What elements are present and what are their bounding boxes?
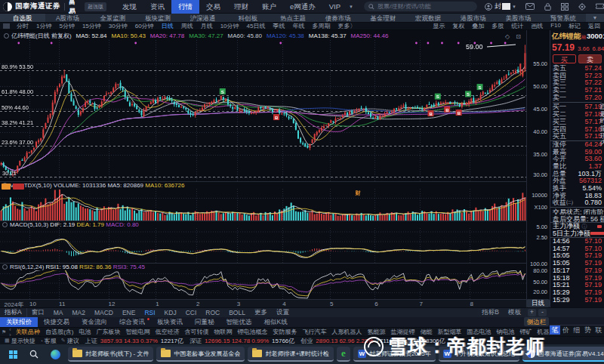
eye-icon[interactable] <box>2 264 8 270</box>
chart-tool-显示[interactable]: 显示 <box>429 22 448 30</box>
period-tab-更多〉[interactable]: 更多〉 <box>334 22 359 30</box>
indicator-模板[interactable]: 模板 <box>504 308 525 317</box>
taskbar-window-封老师板书(线下) - 文件[interactable]: 封老师板书(线下) - 文件 <box>68 347 153 362</box>
indicator-tab-更多[interactable]: 更多 <box>250 308 272 317</box>
concept-tab-人形机器人[interactable]: 人形机器人 <box>329 328 365 336</box>
chart-tool-返回[interactable]: 返回 <box>584 22 604 30</box>
tick-list[interactable]: 14:5657.1014:5757.1015:0557.1915:0557.19… <box>550 237 604 304</box>
menu-item-资讯[interactable]: 资讯 <box>143 0 171 14</box>
search-box[interactable]: 股票/理财/资讯/功能 <box>364 2 477 11</box>
indicator-tab-MA2[interactable]: MA2 <box>67 309 89 316</box>
taskbar-search-button[interactable] <box>25 347 43 362</box>
concept-tab-电池[interactable]: 电池 <box>76 328 94 336</box>
function-tab-板块资讯[interactable]: 板块资讯 <box>151 317 189 327</box>
menu-item-VIP[interactable]: VIP <box>322 0 347 14</box>
bid-row[interactable]: 买五57.15 <box>550 133 604 140</box>
chart-tag-orange[interactable] <box>2 184 11 190</box>
zoom-out-button[interactable]: - <box>538 309 547 316</box>
period-tab-5分钟[interactable]: 5分钟 <box>55 22 78 30</box>
status-link-建议[interactable]: 建议 <box>67 337 79 345</box>
function-tab-问董秘[interactable]: 问董秘 <box>189 317 220 327</box>
indicator-tab-设置[interactable]: 设置 <box>272 308 294 317</box>
indicator-tab-窗口[interactable]: 窗口 <box>27 308 49 317</box>
layout-icon[interactable] <box>3 23 10 29</box>
concept-tab-新型烟草[interactable]: 新型烟草 <box>435 328 464 336</box>
panel-tab-联[interactable]: 联 <box>593 325 604 335</box>
period-tab-15分钟[interactable]: 15分钟 <box>79 22 105 30</box>
edition-badge[interactable]: 超强版 <box>85 2 106 11</box>
concept-tab-固态电池[interactable]: 固态电池 <box>464 328 494 336</box>
status-link-显示快捷[interactable]: 显示快捷 <box>11 337 35 345</box>
period-tab-多周期[interactable]: 多周期 <box>308 22 334 30</box>
market-tab-全景监测[interactable]: 全景监测 <box>90 14 135 22</box>
chart-tag-red[interactable] <box>13 184 24 190</box>
mail-icon[interactable] <box>525 3 535 10</box>
chart-tool-复权[interactable]: 复权 <box>448 22 468 30</box>
period-tab-10分钟[interactable]: 10分钟 <box>217 22 243 30</box>
market-tab-板块监测[interactable]: 板块监测 <box>135 14 180 22</box>
eye-icon[interactable] <box>2 222 8 227</box>
chart-tool-叠加[interactable]: 叠加 <box>468 22 488 30</box>
indicator-set-a[interactable]: 指标A <box>0 308 27 317</box>
function-tab-快捷交易[interactable]: 快捷交易 <box>38 317 76 327</box>
indicator-tab-KDJ[interactable]: KDJ <box>160 309 181 316</box>
rsi-chart-canvas[interactable] <box>0 267 526 299</box>
taskbar-window-封老师排课+课时统计检[interactable]: 封老师排课+课时统计检 <box>248 347 334 362</box>
flow5-row[interactable]: 5日主力净额 <box>550 230 604 237</box>
market-tab-宏观数据[interactable]: 宏观数据 <box>405 14 451 22</box>
panel-tab-笔[interactable]: 笔 <box>550 325 560 335</box>
edge-button[interactable] <box>46 347 65 362</box>
concept-tab-低空经济[interactable]: 低空经济 <box>153 328 182 336</box>
chart-tool-统计[interactable]: 统计 <box>507 22 527 30</box>
indicator-tab-MA[interactable]: MA <box>49 309 68 316</box>
gear-icon[interactable] <box>578 3 586 11</box>
market-tab-美股市场[interactable]: 美股市场 <box>496 14 541 22</box>
concept-tab-锂电池概念[interactable]: 锂电池概念 <box>235 328 270 336</box>
market-tab-沪深港通[interactable]: 沪深港通 <box>180 14 226 22</box>
macd-chart-canvas[interactable] <box>0 228 526 263</box>
chart-region[interactable]: 亿纬锂能(日线 前复权) MA5: 52.84MA10: 50.43MA20: … <box>0 30 526 299</box>
indicator-指标B[interactable]: 指标B <box>477 308 504 317</box>
period-tab-季线[interactable]: 季线 <box>269 22 288 30</box>
status-link-客服[interactable]: 客服 <box>45 337 57 345</box>
zoom-in-button[interactable]: + <box>528 309 536 316</box>
menu-item-行情[interactable]: 行情 <box>171 0 199 14</box>
panel-tab-势[interactable]: 势 <box>582 325 593 335</box>
concept-tab-锂矿[interactable]: 锂矿 <box>517 328 535 336</box>
menu-item-交易[interactable]: 交易 <box>199 0 227 14</box>
function-tab-智能优选[interactable]: 智能优选 <box>220 317 258 327</box>
panel-tab-细[interactable]: 细 <box>572 325 582 335</box>
concept-tab-物联网[interactable]: 物联网 <box>211 328 235 336</box>
function-tab-关联报价[interactable]: 关联报价 <box>0 317 38 327</box>
taskbar-window-小升初奥数知识点总结[interactable]: W小升初奥数知识点总结 <box>439 347 519 362</box>
indicator-tab-RSI[interactable]: RSI <box>140 309 159 316</box>
eye-icon[interactable] <box>4 33 9 39</box>
concept-tab-安防服务[interactable]: 安防服务 <box>270 328 300 336</box>
function-tab-相似K线[interactable]: 相似K线 <box>258 317 294 327</box>
candlestick-chart-canvas[interactable] <box>0 40 526 181</box>
indicator-tab-CCI[interactable]: CCI <box>181 309 202 316</box>
market-tabs-more-icon[interactable]: ▼ <box>586 14 604 22</box>
market-tab-债券市场[interactable]: 债券市场 <box>316 14 361 22</box>
period-tab-日线[interactable]: 日线 <box>158 22 177 30</box>
function-tab-综合资讯[interactable]: 综合资讯 <box>113 317 151 327</box>
concept-tab-自选股(含)[interactable]: 自选股(含) <box>43 328 76 336</box>
menu-item-账户[interactable]: 账户 <box>255 0 283 14</box>
menu-item-e网通办[interactable]: e网通办 <box>283 0 322 14</box>
market-tab-科创板[interactable]: 科创板 <box>225 14 270 22</box>
period-tab-月线[interactable]: 月线 <box>197 22 217 30</box>
concept-tab-智能电网[interactable]: 智能电网 <box>123 328 153 336</box>
lock-icon[interactable] <box>544 3 551 11</box>
buy-button[interactable]: 买 <box>553 54 576 63</box>
market-tab-A股市场[interactable]: A股市场 <box>45 14 91 22</box>
market-tab-自选股[interactable]: 自选股 <box>0 14 45 22</box>
taskbar-window-国泰海通证券|富易V4.14[interactable]: 国泰海通证券|富易V4.14 <box>522 347 604 362</box>
period-tab-年线[interactable]: 年线 <box>288 22 308 30</box>
ticket-icon[interactable] <box>596 3 604 10</box>
sell-button[interactable]: 卖 <box>578 54 602 63</box>
user-account[interactable]: 封 ▼ <box>485 2 516 11</box>
index-name-创业[interactable]: 创业 <box>300 337 313 345</box>
function-tab-资金流向[interactable]: 资金流向 <box>76 317 113 327</box>
concept-tab-含可转债[interactable]: 含可转债 <box>182 328 211 336</box>
menu-item-发现[interactable]: 发现 <box>116 0 143 14</box>
